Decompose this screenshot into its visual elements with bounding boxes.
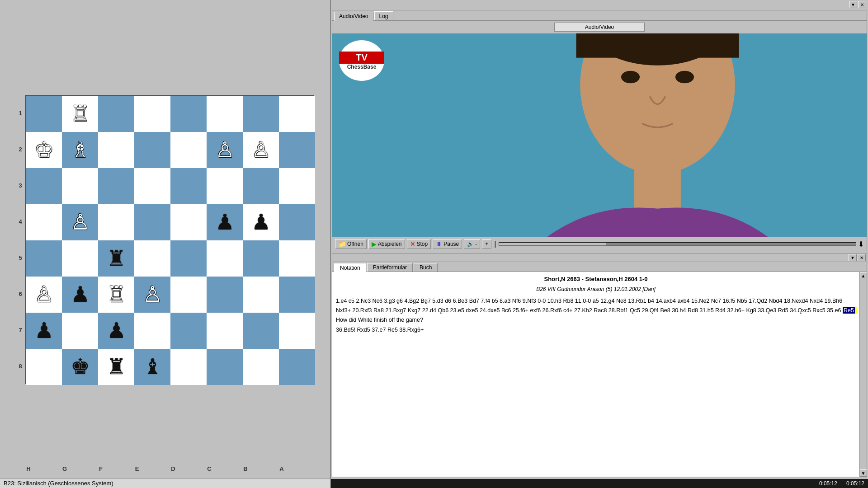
open-button[interactable]: 📁 Öffnen bbox=[335, 239, 367, 249]
cell-e3[interactable] bbox=[134, 168, 170, 204]
file-label-h: H bbox=[10, 465, 47, 472]
cell-d4[interactable] bbox=[170, 204, 207, 240]
cell-b8[interactable] bbox=[243, 349, 279, 385]
highlighted-move[interactable]: Re5 bbox=[843, 307, 855, 314]
cell-f7[interactable]: ♟ bbox=[98, 313, 134, 349]
piece-f7: ♟ bbox=[107, 320, 126, 342]
piece-g4: ♙ bbox=[71, 211, 90, 233]
cell-b4[interactable]: ♟ bbox=[243, 204, 279, 240]
piece-g6: ♟ bbox=[71, 284, 90, 305]
cell-e8[interactable]: ♝ bbox=[134, 349, 170, 385]
cell-h3[interactable] bbox=[26, 168, 62, 204]
cell-h2[interactable]: ♔ bbox=[26, 132, 62, 168]
piece-f8: ♜ bbox=[107, 356, 126, 378]
cell-a8[interactable] bbox=[279, 349, 315, 385]
cell-b2[interactable]: ♙ bbox=[243, 132, 279, 168]
cell-c3[interactable] bbox=[207, 168, 243, 204]
cell-d6[interactable] bbox=[170, 277, 207, 313]
cell-g5[interactable] bbox=[62, 240, 98, 277]
cell-e2[interactable] bbox=[134, 132, 170, 168]
rank-label-5: 5 bbox=[16, 239, 25, 276]
tab-notation[interactable]: Notation bbox=[334, 263, 366, 272]
stop-button[interactable]: ✕ Stop bbox=[407, 239, 431, 249]
play-button[interactable]: ▶ Abspielen bbox=[368, 239, 405, 249]
cell-h4[interactable] bbox=[26, 204, 62, 240]
av-content-label: Audio/Video bbox=[554, 23, 645, 32]
cell-h6[interactable]: ♙ bbox=[26, 277, 62, 313]
cell-g2[interactable]: ♗ bbox=[62, 132, 98, 168]
cell-h1[interactable] bbox=[26, 96, 62, 132]
cell-c2[interactable]: ♙ bbox=[207, 132, 243, 168]
cell-e7[interactable] bbox=[134, 313, 170, 349]
cell-h8[interactable] bbox=[26, 349, 62, 385]
tab-buch[interactable]: Buch bbox=[414, 263, 438, 272]
moves-text: 1.e4 c5 2.Nc3 Nc6 3.g3 g6 4.Bg2 Bg7 5.d3… bbox=[336, 298, 842, 314]
cell-b5[interactable] bbox=[243, 240, 279, 277]
cell-b7[interactable] bbox=[243, 313, 279, 349]
cell-f8[interactable]: ♜ bbox=[98, 349, 134, 385]
cell-g4[interactable]: ♙ bbox=[62, 204, 98, 240]
file-label-c: C bbox=[191, 465, 227, 472]
cell-f6[interactable]: ♖ bbox=[98, 277, 134, 313]
cell-a3[interactable] bbox=[279, 168, 315, 204]
piece-g8: ♚ bbox=[71, 356, 90, 378]
cell-d8[interactable] bbox=[170, 349, 207, 385]
cell-a7[interactable] bbox=[279, 313, 315, 349]
opening-name: B23: Sizilianisch (Geschlossenes System) bbox=[4, 480, 113, 487]
cell-b6[interactable] bbox=[243, 277, 279, 313]
cell-a5[interactable] bbox=[279, 240, 315, 277]
cell-a4[interactable] bbox=[279, 204, 315, 240]
cell-d2[interactable] bbox=[170, 132, 207, 168]
notation-close-button[interactable]: ✕ bbox=[858, 254, 866, 261]
piece-f6: ♖ bbox=[107, 284, 126, 305]
notation-tabs: Notation Partieformular Buch bbox=[332, 262, 867, 272]
tab-log[interactable]: Log bbox=[374, 11, 393, 20]
cell-a1[interactable] bbox=[279, 96, 315, 132]
cell-b1[interactable] bbox=[243, 96, 279, 132]
cell-a2[interactable] bbox=[279, 132, 315, 168]
cell-a6[interactable] bbox=[279, 277, 315, 313]
cell-e1[interactable] bbox=[134, 96, 170, 132]
cell-f3[interactable] bbox=[98, 168, 134, 204]
file-label-d: D bbox=[155, 465, 191, 472]
cell-c5[interactable] bbox=[207, 240, 243, 277]
scroll-down-button[interactable]: ▼ bbox=[860, 469, 867, 477]
scroll-up-button[interactable]: ▲ bbox=[860, 272, 867, 279]
cell-g6[interactable]: ♟ bbox=[62, 277, 98, 313]
cell-d3[interactable] bbox=[170, 168, 207, 204]
cell-f5[interactable]: ♜ bbox=[98, 240, 134, 277]
piece-c2: ♙ bbox=[215, 139, 235, 161]
cell-f1[interactable] bbox=[98, 96, 134, 132]
cell-f2[interactable] bbox=[98, 132, 134, 168]
progress-fill bbox=[499, 243, 606, 245]
tab-audio-video[interactable]: Audio/Video bbox=[334, 12, 373, 21]
tab-partieformular[interactable]: Partieformular bbox=[367, 263, 413, 272]
cell-h5[interactable] bbox=[26, 240, 62, 277]
cell-e4[interactable] bbox=[134, 204, 170, 240]
cell-c7[interactable] bbox=[207, 313, 243, 349]
cell-e6[interactable]: ♙ bbox=[134, 277, 170, 313]
cell-d5[interactable] bbox=[170, 240, 207, 277]
file-label-f: F bbox=[83, 465, 119, 472]
cell-c8[interactable] bbox=[207, 349, 243, 385]
cell-c4[interactable]: ♟ bbox=[207, 204, 243, 240]
minimize-button[interactable]: ▼ bbox=[849, 1, 857, 8]
cell-g8[interactable]: ♚ bbox=[62, 349, 98, 385]
cell-c6[interactable] bbox=[207, 277, 243, 313]
cell-g7[interactable] bbox=[62, 313, 98, 349]
close-button[interactable]: ✕ bbox=[858, 1, 866, 8]
cell-h7[interactable]: ♟ bbox=[26, 313, 62, 349]
cell-d7[interactable] bbox=[170, 313, 207, 349]
cell-e5[interactable] bbox=[134, 240, 170, 277]
cell-g3[interactable] bbox=[62, 168, 98, 204]
progress-bar[interactable] bbox=[499, 242, 856, 246]
cell-d1[interactable] bbox=[170, 96, 207, 132]
cell-f4[interactable] bbox=[98, 204, 134, 240]
cell-g1[interactable]: ♖ bbox=[62, 96, 98, 132]
vol-plus-button[interactable]: + bbox=[482, 239, 491, 249]
cell-b3[interactable] bbox=[243, 168, 279, 204]
pause-button[interactable]: ⏸ Pause bbox=[433, 239, 462, 249]
cell-c1[interactable] bbox=[207, 96, 243, 132]
vol-minus-button[interactable]: 🔊 - bbox=[464, 239, 480, 249]
notation-minimize-button[interactable]: ▼ bbox=[849, 254, 857, 261]
